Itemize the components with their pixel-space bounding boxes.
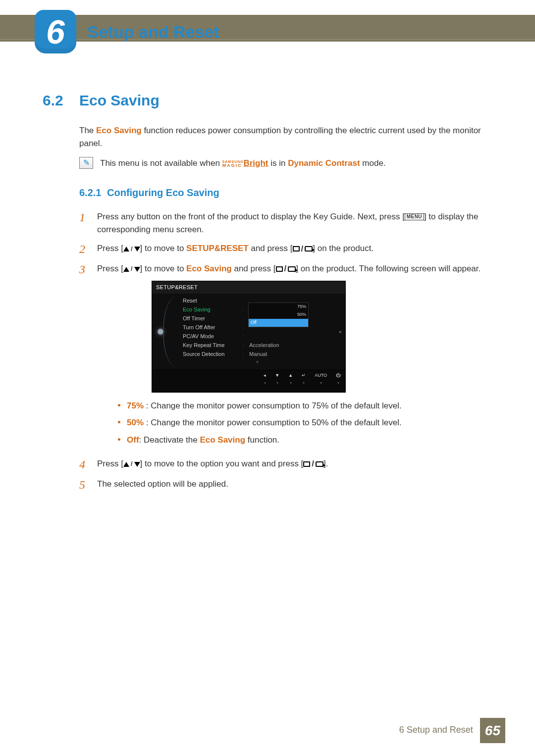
option-off: Off: Deactivate the Eco Saving function. (115, 434, 492, 447)
up-down-icon: / (123, 459, 140, 469)
label: Key Repeat Time (183, 341, 242, 350)
option-75: 75% : Change the monitor power consumpti… (115, 400, 492, 412)
magic-bright: Bright (243, 158, 268, 168)
sep: : (144, 401, 151, 410)
label: PC/AV Mode (183, 332, 242, 341)
label: Off (127, 435, 139, 445)
text: Change the monitor power consumption to … (151, 401, 402, 410)
osd-btn-auto: AUTO▾ (315, 372, 327, 386)
osd-btn-power: ⏻▾ (336, 372, 340, 386)
value: Manual (249, 350, 331, 358)
step-body: Press [/] to move to SETUP&RESET and pre… (97, 242, 492, 255)
label: Off Timer (183, 314, 242, 323)
note: ✎ This menu is not available when SAMSUN… (79, 157, 492, 170)
osd-menu-list: Reset Eco Saving: 75% 50% Off (169, 294, 335, 370)
text: Deactivate the (144, 435, 200, 445)
text: and press [ (232, 264, 276, 273)
osd-item-turn-off-after: Turn Off After: (183, 323, 331, 332)
osd-btn-left: ◂▾ (264, 372, 266, 386)
header-band (0, 15, 535, 42)
option-descriptions: 75% : Change the monitor power consumpti… (115, 400, 492, 447)
step-number: 4 (79, 457, 97, 472)
note-post: mode. (360, 158, 386, 168)
select-enter-icon: / (293, 243, 313, 255)
step-number: 5 (79, 478, 97, 492)
osd-title: SETUP&RESET (152, 281, 345, 294)
osd-item-key-repeat: Key Repeat Time:Acceleration (183, 341, 331, 350)
osd-item-pcav-mode: PC/AV Mode: (183, 332, 331, 341)
step-number: 3 (79, 262, 97, 277)
target: Eco Saving (186, 264, 232, 273)
magic-bot: MAGIC (222, 163, 244, 167)
note-icon: ✎ (79, 157, 93, 169)
osd-icon-column (152, 294, 169, 370)
option-50: 50% : Change the monitor power consumpti… (115, 416, 492, 429)
subsection-number: 6.2.1 (79, 185, 107, 201)
text: Press any button on the front of the pro… (97, 212, 405, 221)
osd-btn-down: ▼▾ (275, 372, 279, 386)
footer-page-number: 65 (480, 718, 505, 743)
text: function. (245, 435, 279, 445)
step-5: 5 The selected option will be applied. (79, 478, 492, 492)
note-mode: Dynamic Contrast (288, 158, 360, 168)
section-intro: The Eco Saving function reduces power co… (79, 124, 492, 151)
chapter-title: Setup and Reset (87, 19, 219, 45)
text: ] to move to (140, 244, 187, 253)
steps-list: 1 Press any button on the front of the p… (79, 210, 492, 492)
chapter-number-badge: 6 (35, 10, 76, 53)
step-body: Press any button on the front of the pro… (97, 210, 492, 237)
label: 75% (127, 401, 144, 410)
page-content: 6.2 Eco Saving The Eco Saving function r… (43, 89, 492, 498)
step-body: Press [/] to move to Eco Saving and pres… (97, 262, 492, 452)
step-4: 4 Press [/] to move to the option you wa… (79, 457, 492, 472)
text: ] on the product. (313, 244, 374, 253)
section-heading: 6.2 Eco Saving (43, 89, 492, 112)
gear-icon (156, 327, 165, 336)
step-2: 2 Press [/] to move to SETUP&RESET and p… (79, 242, 492, 256)
osd-screenshot: SETUP&RESET Reset Eco Saving: (152, 281, 492, 393)
target: SETUP&RESET (186, 244, 249, 253)
value: Acceleration (249, 341, 331, 350)
select-enter-icon: / (276, 262, 296, 275)
label: Reset (183, 297, 242, 305)
osd-item-off-timer: Off Timer: (183, 314, 331, 323)
text: Press [ (97, 264, 123, 273)
sep: : (139, 435, 144, 445)
up-down-icon: / (123, 244, 140, 254)
label: Source Detection (183, 350, 242, 358)
menu-button-icon: MENU (405, 213, 424, 220)
step-body: The selected option will be applied. (97, 478, 492, 491)
text: ] to move to (140, 264, 187, 273)
label: Eco Saving (183, 305, 242, 314)
osd-button-bar: ◂▾ ▼▾ ▲▾ ↵▾ AUTO▾ ⏻▾ (152, 370, 345, 392)
footer-chapter: 6 Setup and Reset (399, 723, 473, 737)
intro-text-pre: The (79, 126, 96, 135)
text: ] to move to the option you want and pre… (140, 459, 304, 468)
text: Change the monitor power consumption to … (151, 418, 402, 427)
section-number: 6.2 (43, 89, 79, 112)
step-body: Press [/] to move to the option you want… (97, 457, 492, 471)
select-enter-icon: / (303, 457, 323, 470)
osd-btn-up: ▲▾ (288, 372, 293, 386)
text: Press [ (97, 244, 123, 253)
label: 50% (127, 418, 144, 427)
section-title: Eco Saving (79, 89, 160, 112)
note-text: This menu is not available when SAMSUNGM… (100, 157, 492, 170)
text: and press [ (249, 244, 293, 253)
option-75: 75% (249, 303, 308, 311)
up-down-icon: / (123, 264, 140, 274)
note-mid: is in (268, 158, 288, 168)
osd-right-arrow-icon: ▸ (335, 294, 345, 370)
subsection-heading: 6.2.1 Configuring Eco Saving (79, 185, 492, 201)
feature: Eco Saving (200, 435, 245, 445)
osd-scroll-down-icon: ▾ (183, 359, 331, 367)
step-number: 2 (79, 242, 97, 256)
subsection-title: Configuring Eco Saving (107, 185, 219, 201)
page-footer: 6 Setup and Reset 65 (399, 718, 505, 743)
osd-item-source-detection: Source Detection:Manual (183, 350, 331, 359)
note-pre: This menu is not available when (100, 158, 222, 168)
step-number: 1 (79, 210, 97, 225)
text: ] on the product. The following screen w… (296, 264, 481, 273)
intro-feature: Eco Saving (96, 126, 142, 135)
osd-btn-enter: ↵▾ (302, 372, 306, 386)
